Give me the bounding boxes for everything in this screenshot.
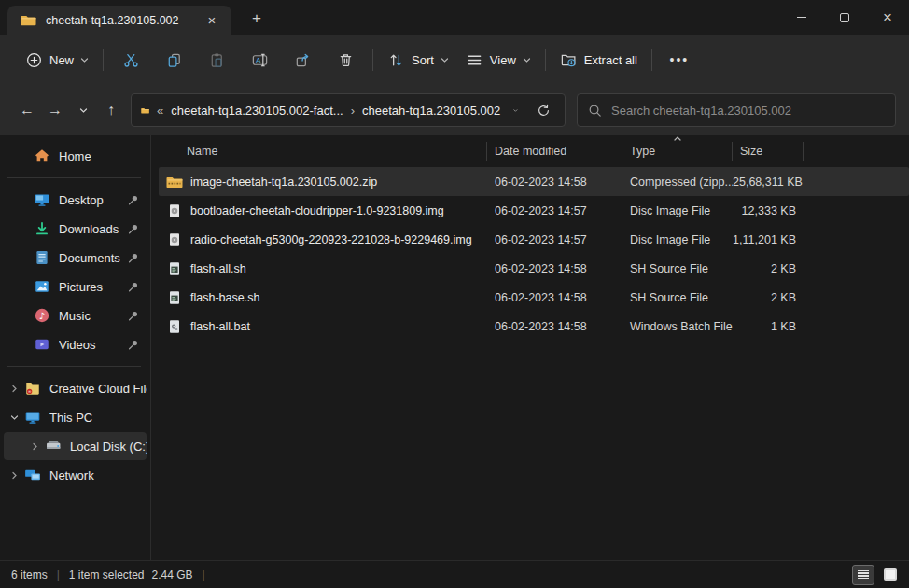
breadcrumb-current-folder[interactable]: cheetah-tq1a.230105.002 <box>357 101 506 120</box>
large-thumbnails-view-button[interactable] <box>879 565 902 585</box>
recent-locations-button[interactable] <box>69 96 97 124</box>
zip-folder-icon <box>166 175 183 189</box>
sidebar-item-this-pc[interactable]: This PC <box>4 403 147 431</box>
extract-all-icon <box>560 51 578 69</box>
more-options-button[interactable]: ••• <box>658 43 701 77</box>
sort-button-label: Sort <box>412 53 434 67</box>
search-input[interactable] <box>611 104 886 118</box>
file-date-modified: 06-02-2023 14:57 <box>487 204 622 217</box>
column-header-size[interactable]: Size <box>733 142 804 161</box>
file-row[interactable]: image-cheetah-tq1a.230105.002.zip 06-02-… <box>159 167 909 196</box>
new-button[interactable]: New <box>17 43 97 77</box>
pin-icon <box>127 281 139 293</box>
cut-button[interactable] <box>109 43 152 77</box>
new-tab-button[interactable]: + <box>245 7 269 31</box>
close-icon: × <box>883 9 892 25</box>
file-row[interactable]: flash-all.bat 06-02-2023 14:58 Windows B… <box>159 312 909 341</box>
explorer-tab[interactable]: cheetah-tq1a.230105.002 × <box>7 6 231 35</box>
collapse-chevron-icon[interactable] <box>4 413 24 422</box>
creative-cloud-icon: ∞ <box>24 380 41 397</box>
paste-button[interactable] <box>195 43 238 77</box>
file-type: Windows Batch File <box>622 320 733 333</box>
chevron-down-icon <box>523 56 531 64</box>
sidebar-item-network[interactable]: Network <box>4 461 147 489</box>
maximize-button[interactable] <box>823 0 866 35</box>
file-row[interactable]: bootloader-cheetah-cloudripper-1.0-92318… <box>159 196 909 225</box>
sort-icon <box>387 51 405 69</box>
sidebar-item-documents[interactable]: Documents <box>4 244 147 272</box>
details-view-icon <box>858 570 869 580</box>
back-button[interactable]: ← <box>13 96 41 124</box>
sidebar-item-pictures[interactable]: Pictures <box>4 273 147 301</box>
sidebar-item-videos[interactable]: Videos <box>4 330 147 358</box>
file-name: radio-cheetah-g5300g-220923-221028-b-922… <box>190 233 472 246</box>
file-name: flash-base.sh <box>190 291 259 304</box>
delete-button[interactable] <box>324 43 367 77</box>
pin-icon <box>127 339 139 351</box>
column-header-type[interactable]: Type <box>622 142 733 161</box>
file-explorer-window: cheetah-tq1a.230105.002 × + × New <box>0 0 909 588</box>
sidebar-item-desktop[interactable]: Desktop <box>4 186 147 214</box>
details-view-button[interactable] <box>852 565 874 585</box>
file-row[interactable]: flash-base.sh 06-02-2023 14:58 SH Source… <box>159 283 909 312</box>
sidebar-item-downloads[interactable]: Downloads <box>4 215 147 243</box>
view-toggles <box>852 565 902 585</box>
column-header-label: Size <box>740 145 762 158</box>
breadcrumb-parent-folder[interactable]: cheetah-tq1a.230105.002-fact... <box>165 101 348 120</box>
sort-button[interactable]: Sort <box>379 43 457 77</box>
file-row[interactable]: radio-cheetah-g5300g-220923-221028-b-922… <box>159 225 909 254</box>
sidebar-item-label: Desktop <box>59 193 127 207</box>
downloads-icon <box>34 220 50 237</box>
sh-file-icon <box>166 290 183 305</box>
close-button[interactable]: × <box>866 0 909 35</box>
sidebar-item-local-disk-c[interactable]: Local Disk (C:) <box>4 432 147 460</box>
column-header-date-modified[interactable]: Date modified <box>487 142 622 161</box>
sidebar-item-label: Music <box>59 309 127 323</box>
rename-button[interactable]: A <box>238 43 281 77</box>
sidebar-item-label: Pictures <box>59 280 127 294</box>
expand-chevron-icon[interactable] <box>4 471 24 480</box>
pictures-icon <box>34 278 50 295</box>
file-date-modified: 06-02-2023 14:57 <box>487 233 622 246</box>
file-date-modified: 06-02-2023 14:58 <box>487 291 622 304</box>
sort-ascending-icon <box>673 134 681 143</box>
selection-count: 1 item selected <box>69 568 145 581</box>
refresh-button[interactable] <box>529 96 557 124</box>
sidebar-divider <box>7 366 141 367</box>
view-button[interactable]: View <box>457 43 539 77</box>
toolbar-divider <box>545 49 546 71</box>
pin-icon <box>127 194 139 206</box>
tab-close-button[interactable]: × <box>202 10 222 31</box>
extract-all-button[interactable]: Extract all <box>552 43 646 77</box>
minimize-icon <box>797 17 806 18</box>
address-field[interactable]: « cheetah-tq1a.230105.002-fact... › chee… <box>131 93 566 127</box>
breadcrumb-overflow-indicator[interactable]: « <box>157 104 163 118</box>
sidebar-item-label: Network <box>49 469 147 483</box>
file-type: Compressed (zipp... <box>622 175 733 189</box>
forward-button[interactable]: → <box>41 96 69 124</box>
file-date-modified: 06-02-2023 14:58 <box>487 320 622 333</box>
column-header-label: Name <box>187 145 217 158</box>
command-bar: New <box>0 35 909 85</box>
view-icon <box>466 51 483 69</box>
file-size: 12,333 KB <box>733 204 804 217</box>
folder-icon <box>21 12 36 28</box>
search-box[interactable] <box>577 93 896 127</box>
column-header-name[interactable]: Name <box>159 142 487 161</box>
sidebar-item-home[interactable]: Home <box>4 142 147 170</box>
music-icon: ♪ <box>34 307 50 324</box>
expand-chevron-icon[interactable] <box>4 385 24 393</box>
expand-chevron-icon[interactable] <box>24 442 45 451</box>
copy-button[interactable] <box>152 43 195 77</box>
thumbnails-view-icon <box>884 568 897 581</box>
minimize-button[interactable] <box>780 0 823 35</box>
address-dropdown-chevron-icon[interactable] <box>513 106 518 115</box>
file-size: 2 KB <box>733 262 804 275</box>
sidebar-item-music[interactable]: ♪ Music <box>4 301 147 329</box>
share-button[interactable] <box>281 43 324 77</box>
sidebar-item-creative-cloud-files[interactable]: ∞ Creative Cloud Files <box>4 374 147 402</box>
paste-icon <box>208 51 226 69</box>
file-row[interactable]: flash-all.sh 06-02-2023 14:58 SH Source … <box>159 254 909 283</box>
up-button[interactable]: ↑ <box>97 96 125 124</box>
sidebar-item-label: Creative Cloud Files <box>49 382 147 396</box>
